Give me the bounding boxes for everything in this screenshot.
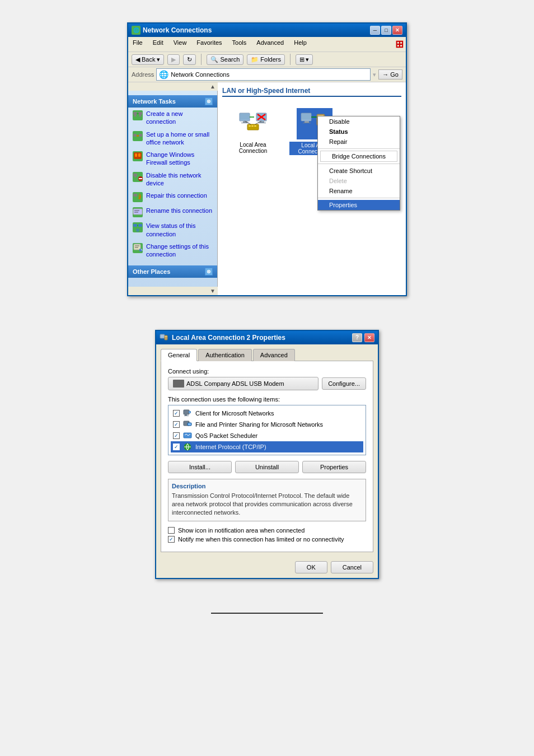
folders-button[interactable]: 📁 Folders [247, 54, 285, 65]
maximize-button[interactable]: □ [381, 26, 391, 35]
modem-icon [173, 380, 184, 388]
scroll-down[interactable]: ▼ [128, 287, 218, 295]
ctx-rename[interactable]: Rename [318, 186, 400, 196]
task-firewall-label: Change Windows Firewall settings [146, 151, 213, 167]
local-area-connection-1[interactable]: Local Area Connection [228, 108, 278, 155]
device-button[interactable]: ADSL Company ADSL USB Modem [168, 377, 318, 390]
item-qos-checkbox[interactable] [173, 432, 180, 439]
separator-2 [290, 54, 291, 65]
item-client-checkbox[interactable] [173, 410, 180, 417]
ctx-sep-1 [318, 148, 400, 149]
svg-rect-3 [138, 112, 142, 115]
address-value: Network Connections [171, 71, 229, 78]
item-client[interactable]: Client for Microsoft Networks [171, 408, 363, 419]
item-qos[interactable]: QoS Packet Scheduler [171, 430, 363, 441]
right-area: LAN or High-Speed Internet [218, 82, 406, 295]
svg-rect-1 [134, 115, 136, 116]
menu-edit[interactable]: Edit [151, 38, 166, 50]
props-window-icon [160, 333, 168, 342]
items-list[interactable]: Client for Microsoft Networks File and P… [168, 405, 366, 455]
task-create-new[interactable]: Create a new connection [128, 108, 217, 128]
refresh-button[interactable]: ↻ [183, 54, 196, 65]
network-tasks-collapse[interactable]: ⊗ [205, 97, 213, 105]
tab-authentication[interactable]: Authentication [198, 349, 252, 361]
rename-icon [133, 207, 143, 217]
props-footer: OK Cancel [156, 557, 378, 578]
tab-advanced[interactable]: Advanced [253, 349, 295, 361]
svg-rect-22 [133, 224, 137, 227]
title-bar-left: 🌐 Network Connections [132, 26, 212, 35]
uninstall-button[interactable]: Uninstall [235, 461, 299, 473]
svg-rect-32 [240, 114, 249, 120]
back-button[interactable]: ◀ Back ▾ [132, 54, 164, 65]
repair-icon [133, 192, 143, 202]
search-button[interactable]: 🔍 Search [207, 54, 243, 65]
close-button[interactable]: ✕ [392, 26, 402, 35]
task-view-status[interactable]: View status of this connection [128, 220, 217, 240]
go-label: Go [390, 71, 399, 78]
search-label: Search [220, 56, 240, 63]
menu-advanced[interactable]: Advanced [254, 38, 286, 50]
tabs: General Authentication Advanced [161, 349, 373, 361]
scroll-up[interactable]: ▲ [128, 82, 218, 91]
item-printer-checkbox[interactable] [173, 421, 180, 428]
menu-favorites[interactable]: Favorites [194, 38, 224, 50]
svg-rect-66 [184, 416, 189, 416]
svg-rect-10 [139, 134, 142, 137]
window-icon: 🌐 [132, 26, 140, 35]
forward-button[interactable]: ▶ [167, 54, 180, 65]
svg-rect-39 [258, 123, 266, 123]
minimize-button[interactable]: ─ [370, 26, 380, 35]
ctx-repair[interactable]: Repair [318, 137, 400, 147]
ctx-status[interactable]: Status [318, 127, 400, 137]
task-repair[interactable]: Repair this connection [128, 189, 217, 204]
ctx-disable[interactable]: Disable [318, 116, 400, 127]
props-title-bar: Local Area Connection 2 Properties ? ✕ [156, 331, 378, 344]
install-button[interactable]: Install... [168, 461, 232, 473]
task-rename[interactable]: Rename this connection [128, 204, 217, 220]
other-places-collapse[interactable]: ⊗ [205, 268, 213, 276]
notification-checkbox[interactable] [168, 527, 175, 534]
props-title-buttons: ? ✕ [352, 333, 374, 342]
task-home-office[interactable]: Set up a home or small office network [128, 128, 217, 149]
props-help-button[interactable]: ? [352, 333, 362, 342]
item-tcpip-label: Internet Protocol (TCP/IP) [195, 444, 266, 450]
ctx-properties[interactable]: Properties [318, 200, 400, 210]
go-button[interactable]: → Go [378, 69, 402, 80]
configure-button[interactable]: Configure... [322, 377, 366, 390]
item-tcpip[interactable]: Internet Protocol (TCP/IP) [171, 441, 363, 452]
ctx-bridge[interactable]: Bridge Connections [320, 151, 397, 162]
limited-checkbox[interactable] [168, 536, 175, 543]
task-disable[interactable]: Disable this network device [128, 169, 217, 190]
menu-view[interactable]: View [171, 38, 189, 50]
props-close-button[interactable]: ✕ [364, 333, 374, 342]
task-change-settings[interactable]: ✎ Change settings of this connection [128, 240, 217, 261]
menu-tools[interactable]: Tools [230, 38, 249, 50]
views-button[interactable]: ⊞ ▾ [296, 54, 313, 65]
address-bar: Address 🌐 Network Connections ▾ → Go [128, 67, 406, 82]
menu-help[interactable]: Help [292, 38, 309, 50]
svg-rect-68 [189, 412, 190, 413]
back-label: Back [142, 56, 155, 63]
conn-1-icon [237, 111, 269, 137]
item-printer[interactable]: File and Printer Sharing for Microsoft N… [171, 419, 363, 430]
svg-rect-50 [305, 121, 309, 123]
task-firewall[interactable]: Change Windows Firewall settings [128, 148, 217, 169]
ctx-shortcut[interactable]: Create Shortcut [318, 166, 400, 176]
forward-arrow-icon: ▶ [171, 56, 176, 63]
tab-general-content: Connect using: ADSL Company ADSL USB Mod… [161, 361, 373, 552]
cancel-button[interactable]: Cancel [331, 561, 373, 573]
properties-button[interactable]: Properties [302, 461, 366, 473]
svg-rect-14 [133, 174, 137, 176]
menu-file[interactable]: File [130, 38, 145, 50]
tab-general[interactable]: General [161, 349, 197, 361]
svg-point-6 [137, 116, 139, 119]
svg-rect-49 [302, 114, 311, 120]
item-tcpip-checkbox[interactable] [173, 444, 180, 450]
ok-button[interactable]: OK [295, 561, 327, 573]
network-tasks-section: Network Tasks ⊗ [128, 95, 217, 261]
address-dropdown-icon[interactable]: ▾ [373, 71, 376, 78]
address-field[interactable]: 🌐 Network Connections [156, 68, 371, 81]
svg-rect-12 [135, 153, 137, 157]
items-group: This connection uses the following items… [168, 396, 366, 455]
